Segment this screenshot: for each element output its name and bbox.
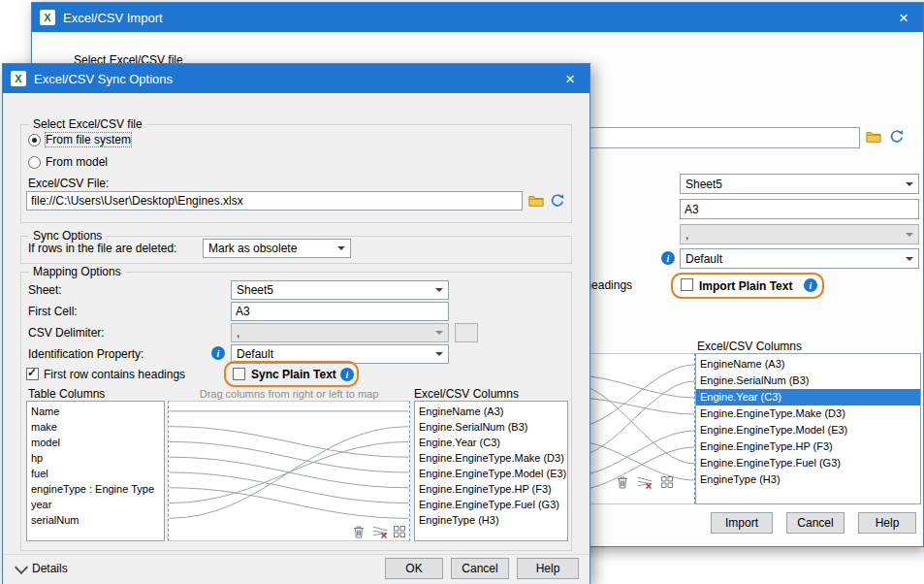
dropdown-arrow-icon <box>435 288 443 292</box>
list-item[interactable]: EngineName (A3) <box>696 356 920 373</box>
refresh-icon[interactable] <box>550 193 565 209</box>
close-icon[interactable]: × <box>558 67 582 90</box>
list-item[interactable]: Engine.Year (C3) <box>415 435 567 450</box>
automap-icon[interactable] <box>659 474 675 490</box>
combo-value: Mark as obsolete <box>208 242 297 255</box>
footer-separator <box>3 554 589 555</box>
list-item[interactable]: Engine.SerialNum (B3) <box>696 373 920 389</box>
info-icon[interactable]: i <box>804 278 817 292</box>
table-columns-list[interactable]: NamemakemodelhpfuelengineType : Engine T… <box>26 401 165 541</box>
sync-plain-text-checkbox[interactable] <box>233 368 245 380</box>
folder-open-icon[interactable] <box>528 193 544 209</box>
remove-mapping-icon[interactable] <box>351 524 366 539</box>
from-model-label[interactable]: From model <box>46 155 108 169</box>
sheet-label: Sheet: <box>28 283 62 297</box>
help-button[interactable]: Help <box>517 558 579 579</box>
list-item[interactable]: fuel <box>27 466 164 481</box>
list-item[interactable]: Engine.EngineType.Fuel (G3) <box>415 497 567 512</box>
list-item[interactable]: EngineType (H3) <box>696 471 920 488</box>
combo-value: Default <box>237 347 273 361</box>
combo-value: Sheet5 <box>237 283 273 297</box>
list-item[interactable]: serialNum <box>27 512 164 528</box>
list-item[interactable]: model <box>27 435 164 450</box>
list-item[interactable]: Engine.EngineType.HP (F3) <box>696 438 920 455</box>
list-item[interactable]: Engine.Year (C3) <box>696 389 920 406</box>
info-icon[interactable]: i <box>661 251 675 265</box>
first-cell-input[interactable] <box>231 302 449 321</box>
list-item[interactable]: make <box>27 419 164 435</box>
excel-csv-app-icon: X <box>11 71 26 86</box>
excel-csv-sync-options-dialog: X Excel/CSV Sync Options × Select Excel/… <box>2 63 590 584</box>
list-item[interactable]: Engine.EngineType.Model (E3) <box>415 466 567 481</box>
list-item[interactable]: Engine.EngineType.Make (D3) <box>415 450 567 466</box>
mapping-area[interactable] <box>168 401 410 541</box>
list-item[interactable]: EngineType (H3) <box>415 512 567 528</box>
list-item[interactable]: Engine.EngineType.Make (D3) <box>696 406 920 422</box>
sync-plain-text-label[interactable]: Sync Plain Text <box>251 368 336 381</box>
list-item[interactable]: Engine.EngineType.Model (E3) <box>696 422 920 438</box>
remove-all-mappings-icon[interactable] <box>637 474 653 490</box>
remove-all-mappings-icon[interactable] <box>372 524 388 539</box>
dropdown-arrow-icon <box>906 233 913 237</box>
import-mapping-area[interactable] <box>575 353 695 504</box>
close-icon[interactable]: × <box>892 6 915 29</box>
details-label[interactable]: Details <box>32 562 68 575</box>
drag-hint: Drag columns from right or left to map <box>168 388 410 400</box>
headings-checkbox[interactable] <box>26 368 39 380</box>
from-file-system-radio[interactable] <box>28 134 41 146</box>
import-identification-combo[interactable]: Default <box>680 248 919 269</box>
dropdown-arrow-icon <box>906 182 913 186</box>
folder-open-icon[interactable] <box>866 129 881 145</box>
list-item[interactable]: year <box>27 497 164 512</box>
list-item[interactable]: Name <box>27 404 164 419</box>
cancel-button[interactable]: Cancel <box>786 512 844 534</box>
sync-options-group-label: Sync Options <box>29 229 106 243</box>
list-item[interactable]: Engine.EngineType.HP (F3) <box>415 481 567 497</box>
import-excel-columns-list[interactable]: EngineName (A3)Engine.SerialNum (B3)Engi… <box>695 353 921 504</box>
import-delimiter-combo: , <box>680 224 919 244</box>
combo-value: , <box>685 228 688 242</box>
remove-mapping-icon[interactable] <box>615 474 630 490</box>
mapping-curves <box>169 402 409 540</box>
refresh-icon[interactable] <box>889 129 905 145</box>
sheet-combo[interactable]: Sheet5 <box>231 280 449 300</box>
list-item[interactable]: EngineName (A3) <box>415 404 567 419</box>
deleted-rows-combo[interactable]: Mark as obsolete <box>203 239 351 258</box>
list-item[interactable]: engineType : Engine Type <box>27 481 164 497</box>
deleted-rows-label: If rows in the file are deleted: <box>28 242 176 255</box>
info-icon[interactable]: i <box>211 346 225 360</box>
file-path-input[interactable] <box>26 191 523 211</box>
import-dialog-titlebar: X Excel/CSV Import × <box>32 3 923 32</box>
import-sheet-combo[interactable]: Sheet5 <box>680 174 919 194</box>
ok-button[interactable]: OK <box>385 558 443 579</box>
help-button[interactable]: Help <box>858 512 916 534</box>
file-field-label: Excel/CSV File: <box>28 177 109 190</box>
combo-value: Default <box>685 252 722 266</box>
import-button[interactable]: Import <box>711 512 773 534</box>
headings-label[interactable]: First row contains headings <box>44 368 185 381</box>
csv-delimiter-label: CSV Delimiter: <box>28 326 105 340</box>
sync-dialog-titlebar: X Excel/CSV Sync Options × <box>3 64 589 93</box>
import-dialog-title: Excel/CSV Import <box>63 11 163 25</box>
list-item[interactable]: hp <box>27 450 164 466</box>
list-item[interactable]: Engine.EngineType.Fuel (G3) <box>696 455 920 471</box>
cancel-button[interactable]: Cancel <box>451 558 509 579</box>
import-plain-text-checkbox[interactable] <box>681 278 693 291</box>
mapping-options-group-label: Mapping Options <box>29 265 125 278</box>
custom-delimiter-field <box>455 323 478 342</box>
desktop: { "colors": { "titlebar_blue": "#1e76d2"… <box>0 0 924 584</box>
info-icon[interactable]: i <box>340 368 354 381</box>
details-chevron-icon[interactable] <box>15 561 28 574</box>
automap-icon[interactable] <box>392 524 407 539</box>
import-first-cell-input[interactable] <box>680 199 919 219</box>
list-item[interactable]: Engine.SerialNum (B3) <box>415 419 567 435</box>
excel-columns-label: Excel/CSV Columns <box>414 387 519 401</box>
csv-delimiter-combo: , <box>231 323 449 342</box>
from-file-system-label[interactable]: From file system <box>46 133 131 146</box>
from-model-radio[interactable] <box>28 156 41 169</box>
mapping-curves <box>576 354 694 503</box>
import-excel-columns-label: Excel/CSV Columns <box>697 340 802 353</box>
excel-columns-list[interactable]: EngineName (A3)Engine.SerialNum (B3)Engi… <box>414 401 568 541</box>
select-file-group-label: Select Excel/CSV file <box>29 117 146 131</box>
dropdown-arrow-icon <box>337 246 345 250</box>
